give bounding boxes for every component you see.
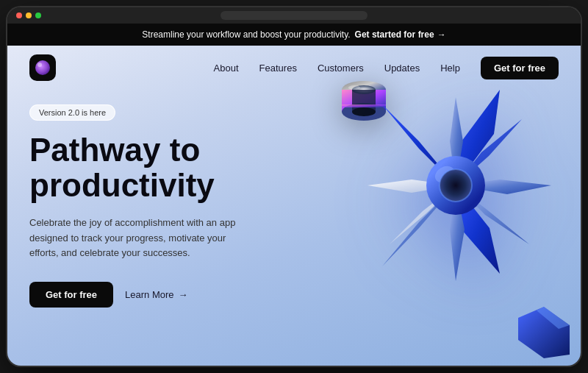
maximize-dot[interactable] [35,13,41,18]
svg-point-21 [440,169,472,202]
navbar: About Features Customers Updates Help Ge… [7,46,581,90]
svg-rect-7 [342,104,386,107]
svg-marker-16 [456,119,522,185]
nav-links: About Features Customers Updates Help Ge… [214,57,559,79]
close-dot[interactable] [16,13,22,18]
hero-buttons: Get for free Learn More → [29,282,559,308]
svg-marker-11 [450,185,465,281]
svg-marker-12 [368,180,456,193]
hero-secondary-cta[interactable]: Learn More → [125,289,187,300]
svg-marker-9 [456,180,551,194]
svg-point-19 [426,156,485,215]
device-frame: Streamline your workflow and boost your … [7,7,581,366]
browser-chrome [7,7,581,24]
svg-rect-4 [352,90,376,112]
svg-marker-8 [456,90,500,185]
svg-marker-17 [456,185,529,244]
svg-rect-1 [342,90,386,112]
hero-primary-cta[interactable]: Get for free [29,282,113,308]
url-bar[interactable] [220,11,368,20]
nav-customers[interactable]: Customers [318,63,364,74]
svg-point-5 [352,107,376,116]
svg-marker-24 [537,307,570,329]
nav-help[interactable]: Help [440,63,460,74]
svg-marker-14 [382,104,456,185]
svg-point-2 [342,103,386,121]
svg-marker-15 [382,185,456,266]
announcement-bar: Streamline your workflow and boost your … [7,24,581,46]
hero-title: Pathway to productivity [29,132,265,204]
nav-updates[interactable]: Updates [384,63,420,74]
svg-point-22 [440,169,472,202]
hero-section: Version 2.0 is here Pathway to productiv… [7,90,581,366]
svg-marker-18 [390,185,456,244]
minimize-dot[interactable] [26,13,32,18]
logo[interactable] [29,54,56,81]
nav-cta-button[interactable]: Get for free [481,57,559,79]
website: Streamline your workflow and boost your … [7,24,581,366]
svg-marker-23 [518,307,570,358]
announcement-cta[interactable]: Get started for free → [355,29,446,40]
nav-features[interactable]: Features [259,63,297,74]
logo-icon [35,60,50,75]
star-3d-object [353,82,559,288]
nav-about[interactable]: About [214,63,239,74]
version-badge: Version 2.0 is here [29,104,115,121]
hero-subtitle: Celebrate the joy of accomplishment with… [29,216,250,261]
small-3d-object [514,303,573,362]
browser-dots [16,13,41,18]
announcement-text: Streamline your workflow and boost your … [142,29,350,40]
svg-marker-10 [456,185,500,274]
3d-objects [272,68,581,366]
svg-marker-13 [450,97,463,185]
svg-point-20 [432,163,457,185]
